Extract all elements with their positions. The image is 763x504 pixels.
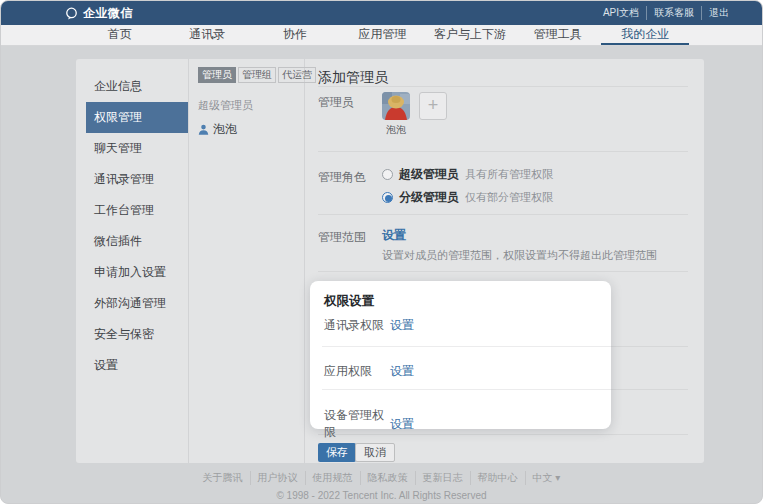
sidebar-item-contacts-management[interactable]: 通讯录管理 bbox=[86, 164, 188, 195]
tab-admin-groups[interactable]: 管理组 bbox=[238, 67, 276, 83]
scope-settings-link[interactable]: 设置 bbox=[382, 227, 406, 244]
settings-sidebar: 企业信息 权限管理 聊天管理 通讯录管理 工作台管理 微信插件 申请加入设置 外… bbox=[76, 59, 189, 463]
sidebar-item-wechat-plugin[interactable]: 微信插件 bbox=[86, 226, 188, 257]
permission-row-label: 应用权限 bbox=[324, 363, 390, 380]
add-member-button[interactable]: + bbox=[419, 92, 447, 120]
permission-row-label: 设备管理权限 bbox=[324, 407, 390, 441]
role-option-sub-admin[interactable]: 分级管理员 仅有部分管理权限 bbox=[382, 189, 553, 206]
tab-administrators[interactable]: 管理员 bbox=[198, 67, 236, 83]
admin-list-panel: 管理员 管理组 代运营 + 超级管理员 泡泡 bbox=[190, 59, 305, 463]
contacts-permission-settings-link[interactable]: 设置 bbox=[390, 317, 414, 334]
user-agreement-link[interactable]: 用户协议 bbox=[251, 471, 306, 485]
privacy-policy-link[interactable]: 隐私政策 bbox=[361, 471, 416, 485]
divider bbox=[318, 271, 688, 272]
sidebar-item-settings[interactable]: 设置 bbox=[86, 350, 188, 381]
divider bbox=[318, 86, 688, 87]
add-admin-form: 添加管理员 管理员 泡泡 + bbox=[305, 59, 704, 463]
logout-link[interactable]: 退出 bbox=[702, 6, 736, 20]
permission-row-devices: 设备管理权限 设置 bbox=[324, 407, 414, 441]
changelog-link[interactable]: 更新日志 bbox=[416, 471, 471, 485]
divider bbox=[322, 389, 611, 390]
page-footer: 关于腾讯 用户协议 使用规范 隐私政策 更新日志 帮助中心 中文 ▾ © 199… bbox=[1, 471, 762, 501]
nav-tab-collaboration[interactable]: 协作 bbox=[251, 25, 339, 45]
selected-member-name: 泡泡 bbox=[382, 123, 410, 137]
permission-settings-panel: 权限设置 通讯录权限 设置 应用权限 设置 设备管理权限 设置 bbox=[310, 281, 611, 429]
sidebar-item-chat-management[interactable]: 聊天管理 bbox=[86, 133, 188, 164]
sidebar-item-security[interactable]: 安全与保密 bbox=[86, 319, 188, 350]
permission-row-apps: 应用权限 设置 bbox=[324, 363, 414, 380]
radio-checked-icon bbox=[382, 192, 393, 203]
nav-tab-admin-tools[interactable]: 管理工具 bbox=[514, 25, 602, 45]
admin-member-item[interactable]: 泡泡 bbox=[198, 121, 298, 138]
main-nav-bar: 首页 通讯录 协作 应用管理 客户与上下游 管理工具 我的企业 bbox=[1, 25, 762, 46]
admin-field-label: 管理员 bbox=[318, 94, 354, 111]
app-window: 企业微信 API文档 联系客服 退出 首页 通讯录 协作 应用管理 客户与上下游… bbox=[0, 0, 763, 504]
sidebar-item-company-info[interactable]: 企业信息 bbox=[86, 71, 188, 102]
role-option-super-admin[interactable]: 超级管理员 具有所有管理权限 bbox=[382, 166, 553, 183]
role-option-name: 超级管理员 bbox=[399, 166, 459, 183]
sidebar-item-join-settings[interactable]: 申请加入设置 bbox=[86, 257, 188, 288]
page-title: 添加管理员 bbox=[318, 69, 388, 87]
sidebar-item-permission-management[interactable]: 权限管理 bbox=[86, 102, 188, 133]
super-admin-group-title: 超级管理员 bbox=[198, 98, 298, 113]
contact-support-link[interactable]: 联系客服 bbox=[647, 6, 702, 20]
scope-field-label: 管理范围 bbox=[318, 229, 366, 246]
language-selector[interactable]: 中文 ▾ bbox=[526, 471, 568, 485]
divider bbox=[318, 151, 688, 152]
nav-tabs: 首页 通讯录 协作 应用管理 客户与上下游 管理工具 我的企业 bbox=[76, 25, 689, 45]
nav-tab-app-management[interactable]: 应用管理 bbox=[339, 25, 427, 45]
role-option-desc: 仅有部分管理权限 bbox=[465, 190, 553, 205]
wecom-logo-icon bbox=[65, 7, 78, 20]
api-docs-link[interactable]: API文档 bbox=[596, 6, 647, 20]
selected-member-avatar[interactable] bbox=[382, 92, 410, 120]
copyright-text: © 1998 - 2022 Tencent Inc. All Rights Re… bbox=[1, 490, 762, 501]
app-logo-text: 企业微信 bbox=[83, 5, 133, 22]
scope-description: 设置对成员的管理范围，权限设置均不得超出此管理范围 bbox=[382, 248, 657, 263]
app-logo: 企业微信 bbox=[65, 5, 133, 22]
content-card: 企业信息 权限管理 聊天管理 通讯录管理 工作台管理 微信插件 申请加入设置 外… bbox=[76, 59, 704, 463]
save-button[interactable]: 保存 bbox=[318, 443, 356, 462]
nav-tab-my-company[interactable]: 我的企业 bbox=[601, 25, 689, 45]
admin-list-tabs: 管理员 管理组 代运营 + bbox=[198, 67, 298, 83]
divider bbox=[322, 346, 611, 347]
permission-row-label: 通讯录权限 bbox=[324, 317, 390, 334]
permission-panel-title: 权限设置 bbox=[324, 293, 374, 310]
header-links: API文档 联系客服 退出 bbox=[596, 6, 736, 20]
radio-unchecked-icon bbox=[382, 169, 393, 180]
cancel-button[interactable]: 取消 bbox=[355, 443, 395, 462]
help-center-link[interactable]: 帮助中心 bbox=[471, 471, 526, 485]
role-option-name: 分级管理员 bbox=[399, 189, 459, 206]
admin-member-name: 泡泡 bbox=[213, 121, 237, 138]
person-icon bbox=[198, 124, 209, 135]
device-permission-settings-link[interactable]: 设置 bbox=[390, 416, 414, 433]
sidebar-item-external-communication[interactable]: 外部沟通管理 bbox=[86, 288, 188, 319]
permission-row-contacts: 通讯录权限 设置 bbox=[324, 317, 414, 334]
app-permission-settings-link[interactable]: 设置 bbox=[390, 363, 414, 380]
sidebar-item-workbench-management[interactable]: 工作台管理 bbox=[86, 195, 188, 226]
nav-tab-customers[interactable]: 客户与上下游 bbox=[426, 25, 514, 45]
usage-rules-link[interactable]: 使用规范 bbox=[306, 471, 361, 485]
about-tencent-link[interactable]: 关于腾讯 bbox=[196, 471, 251, 485]
top-header-bar: 企业微信 API文档 联系客服 退出 bbox=[1, 1, 762, 25]
nav-tab-contacts[interactable]: 通讯录 bbox=[164, 25, 252, 45]
role-field-label: 管理角色 bbox=[318, 169, 366, 186]
footer-links: 关于腾讯 用户协议 使用规范 隐私政策 更新日志 帮助中心 中文 ▾ bbox=[1, 471, 762, 485]
role-option-desc: 具有所有管理权限 bbox=[465, 167, 553, 182]
divider bbox=[318, 214, 688, 215]
nav-tab-home[interactable]: 首页 bbox=[76, 25, 164, 45]
